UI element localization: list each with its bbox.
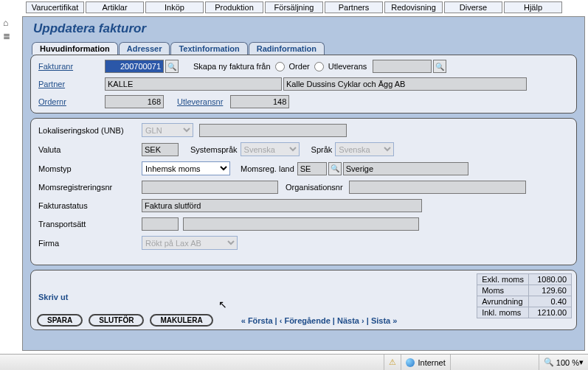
- totals-row: Avrundning0.40: [477, 296, 572, 307]
- transport-label: Transportsätt: [38, 220, 142, 228]
- tab-huvudinformation[interactable]: Huvudinformation: [32, 42, 118, 55]
- tab-textinformation[interactable]: Textinformation: [170, 42, 247, 55]
- order-label: Order: [289, 62, 310, 71]
- totals-row: Exkl. moms1080.00: [477, 274, 572, 285]
- skapa-label: Skapa ny faktura från: [193, 62, 271, 71]
- globe-icon: [406, 358, 415, 367]
- lookup-momsreg-icon[interactable]: 🔍: [328, 162, 342, 175]
- momsreg-label: Momsreg. land: [241, 164, 294, 173]
- momsreg-code-input[interactable]: [297, 162, 327, 175]
- status-bar: ⚠ Internet 🔍 100 % ▾: [0, 354, 588, 370]
- status-zoom[interactable]: 🔍 100 % ▾: [539, 355, 588, 370]
- orgnr-label: Organisationsnr: [286, 183, 343, 192]
- spara-button[interactable]: SPARA: [37, 314, 83, 327]
- partner-code-input[interactable]: [105, 77, 282, 91]
- utleveransnr-label[interactable]: Utleveransnr: [177, 97, 223, 106]
- fakturastatus-label: Fakturastatus: [38, 201, 142, 210]
- menu-icon[interactable]: ≣: [3, 31, 19, 41]
- firma-label: Firma: [38, 239, 142, 248]
- status-internet: Internet: [401, 355, 449, 370]
- sprak-select: Svenska: [335, 142, 394, 156]
- status-shield[interactable]: ⚠: [384, 355, 401, 370]
- left-icon-bar: ⌂ ≣: [3, 18, 19, 44]
- partner-label[interactable]: Partner: [38, 80, 105, 88]
- systemsprak-select: Svenska: [241, 142, 300, 156]
- print-link[interactable]: Skriv ut: [38, 293, 68, 301]
- ordernr-input[interactable]: [105, 95, 164, 108]
- orgnr-input[interactable]: [349, 181, 526, 194]
- main-panel: Uppdatera fakturor HuvudinformationAdres…: [22, 16, 585, 351]
- detail-form: Lokaliseringskod (UNB) GLN Valuta System…: [30, 118, 577, 265]
- menu-artiklar[interactable]: Artiklar: [86, 1, 144, 13]
- top-menu: VarucertifikatArtiklarInköpProduktionFör…: [0, 0, 588, 15]
- footer-section: Skriv ut Exkl. moms1080.00Moms129.60Avru…: [30, 270, 577, 330]
- cursor-icon: ↖: [218, 299, 227, 310]
- unb-select: GLN: [142, 123, 193, 137]
- nav-first[interactable]: « Första: [241, 316, 273, 325]
- ordernr-label[interactable]: Ordernr: [38, 97, 105, 106]
- nav-last[interactable]: Sista »: [371, 316, 397, 325]
- lookup-fakturanr-icon[interactable]: 🔍: [165, 60, 179, 73]
- fakturanr-input[interactable]: [105, 60, 164, 73]
- valuta-label: Valuta: [38, 145, 142, 154]
- menu-inköp[interactable]: Inköp: [145, 1, 204, 13]
- transport-name-input[interactable]: [183, 217, 419, 231]
- menu-partners[interactable]: Partners: [325, 1, 383, 13]
- nav-next[interactable]: Nästa ›: [337, 316, 364, 325]
- record-nav: « Första | ‹ Föregående | Nästa › | Sist…: [241, 316, 398, 325]
- systemsprak-label: Systemspråk: [190, 145, 238, 154]
- momsregnr-label: Momsregistreringsnr: [38, 183, 142, 192]
- momsregnr-input[interactable]: [142, 181, 278, 194]
- fakturastatus-input[interactable]: [142, 199, 422, 212]
- totals-row: Inkl. moms1210.00: [477, 307, 572, 318]
- home-icon[interactable]: ⌂: [3, 18, 19, 28]
- menu-försäljning[interactable]: Försäljning: [265, 1, 323, 13]
- sprak-label: Språk: [311, 145, 333, 154]
- menu-produktion[interactable]: Produktion: [205, 1, 263, 13]
- unb-label: Lokaliseringskod (UNB): [38, 126, 142, 135]
- momsreg-name-input[interactable]: [343, 162, 468, 175]
- tab-adresser[interactable]: Adresser: [119, 42, 170, 55]
- transport-code-input[interactable]: [142, 217, 179, 231]
- valuta-input[interactable]: [142, 143, 179, 156]
- tab-bar: HuvudinformationAdresserTextinformationR…: [23, 42, 584, 55]
- makulera-button[interactable]: MAKULERA: [150, 314, 212, 327]
- utleveransnr-input[interactable]: [230, 95, 289, 108]
- momstyp-label: Momstyp: [38, 164, 142, 173]
- totals-table: Exkl. moms1080.00Moms129.60Avrundning0.4…: [477, 273, 572, 318]
- menu-varucertifikat[interactable]: Varucertifikat: [26, 1, 84, 13]
- menu-hjälp[interactable]: Hjälp: [504, 1, 562, 13]
- page-title: Uppdatera fakturor: [23, 17, 584, 42]
- radio-utleverans[interactable]: [314, 62, 324, 71]
- slutfor-button[interactable]: SLUTFÖR: [89, 314, 144, 327]
- totals-row: Moms129.60: [477, 285, 572, 296]
- nav-prev[interactable]: ‹ Föregående: [280, 316, 331, 325]
- tab-radinformation[interactable]: Radinformation: [249, 42, 325, 55]
- radio-order[interactable]: [275, 62, 285, 71]
- menu-diverse[interactable]: Diverse: [444, 1, 502, 13]
- unb-input[interactable]: [199, 124, 347, 137]
- firma-select: Rökt på Lax AB: [142, 236, 238, 250]
- utleverans-label: Utleverans: [328, 62, 367, 71]
- partner-name-input[interactable]: [283, 77, 527, 91]
- skapa-input[interactable]: [373, 60, 432, 73]
- menu-redovisning[interactable]: Redovisning: [384, 1, 443, 13]
- momstyp-select[interactable]: Inhemsk moms: [142, 161, 230, 175]
- header-form: Fakturanr 🔍 Skapa ny faktura från Order …: [30, 55, 577, 114]
- fakturanr-label[interactable]: Fakturanr: [38, 62, 105, 71]
- lookup-skapa-icon[interactable]: 🔍: [433, 60, 446, 73]
